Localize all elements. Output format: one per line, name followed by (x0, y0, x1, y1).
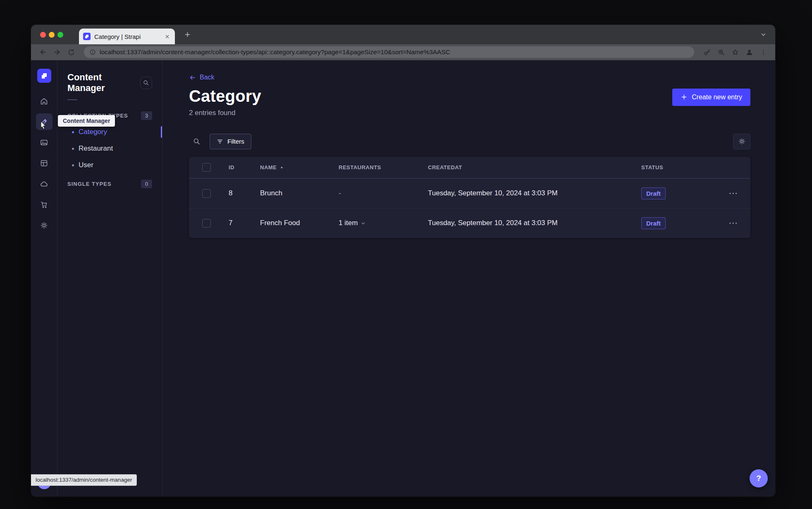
url-bar[interactable]: localhost:1337/admin/content-manager/col… (84, 46, 694, 58)
passwords-key-icon[interactable] (702, 47, 712, 58)
chevron-down-icon (361, 221, 366, 226)
rail-item-home[interactable] (36, 93, 53, 109)
cell-id: 8 (229, 189, 260, 197)
tab-search-chevron-icon[interactable] (758, 29, 769, 40)
cell-createdat: Tuesday, September 10, 2024 at 3:03 PM (428, 189, 641, 197)
reload-button[interactable] (66, 47, 76, 58)
entries-count: 2 entries found (189, 109, 261, 117)
tab-title: Category | Strapi (94, 33, 160, 40)
search-button[interactable] (189, 134, 204, 149)
column-header-restaurants[interactable]: RESTAURANTS (339, 164, 428, 170)
cell-name: French Food (260, 219, 339, 227)
status-badge: Draft (641, 217, 666, 229)
window-minimize-button[interactable] (49, 32, 55, 38)
gear-icon (738, 137, 746, 145)
row-checkbox[interactable] (202, 189, 211, 198)
strapi-admin: KD Content Manager COLLECTION TYPES 3 Ca… (31, 60, 775, 497)
cell-name: Brunch (260, 189, 339, 197)
plus-icon (681, 94, 688, 101)
filters-button[interactable]: Filters (210, 134, 251, 149)
nav-rail: KD (31, 60, 57, 497)
forward-button[interactable] (52, 47, 62, 58)
section-count-badge: 0 (141, 180, 152, 188)
back-link[interactable]: Back (189, 74, 215, 81)
subnav-item-restaurant[interactable]: Restaurant (57, 140, 162, 157)
tab-close-icon[interactable] (163, 33, 171, 40)
bullet-icon (72, 164, 74, 166)
subnav-item-label: Restaurant (79, 144, 113, 153)
browser-menu-kebab-icon[interactable] (758, 47, 769, 58)
section-single-types: SINGLE TYPES 0 (57, 176, 162, 192)
rail-item-content-manager[interactable] (36, 113, 53, 130)
column-header-status[interactable]: STATUS (641, 164, 726, 170)
bookmark-star-icon[interactable] (730, 47, 740, 58)
subnav-item-label: Category (79, 128, 107, 136)
table-row[interactable]: 8 Brunch - Tuesday, September 10, 2024 a… (189, 178, 750, 208)
subnav-item-label: User (79, 161, 93, 169)
site-info-icon[interactable] (89, 49, 96, 55)
table-settings-button[interactable] (733, 134, 750, 149)
select-all-checkbox[interactable] (202, 163, 211, 172)
main-content: Back Category 2 entries found Create new… (162, 60, 775, 497)
subnav-search-button[interactable] (140, 77, 152, 89)
rail-item-settings[interactable] (36, 217, 53, 233)
browser-tab[interactable]: Category | Strapi (79, 29, 175, 44)
cell-restaurants: - (339, 189, 428, 197)
filter-icon (217, 138, 223, 145)
rail-item-marketplace-cart[interactable] (36, 196, 53, 213)
column-header-name[interactable]: NAME (260, 164, 339, 170)
back-label: Back (200, 74, 215, 81)
search-icon (193, 137, 201, 145)
traffic-lights (31, 32, 69, 38)
table-header-row: ID NAME RESTAURANTS CREATEDAT STATUS (189, 157, 750, 178)
tab-strip: Category | Strapi (31, 25, 775, 44)
tooltip: Content Manager (58, 115, 115, 127)
sort-asc-icon (279, 165, 284, 170)
window-close-button[interactable] (40, 32, 46, 38)
desktop: { "colors": { "primary": "#4945ff", "pri… (0, 0, 812, 509)
cell-createdat: Tuesday, September 10, 2024 at 3:03 PM (428, 219, 641, 227)
create-entry-button[interactable]: Create new entry (672, 89, 750, 106)
rail-item-media-library[interactable] (36, 134, 53, 151)
browser-toolbar: localhost:1337/admin/content-manager/col… (31, 44, 775, 60)
bullet-icon (72, 148, 74, 150)
divider (67, 99, 77, 100)
filters-label: Filters (227, 138, 244, 145)
browser-window: Category | Strapi localhost:1337/admin/c… (31, 25, 775, 497)
page-title: Category (189, 87, 261, 106)
subnav-title: Content Manager (67, 72, 140, 94)
rail-item-deploy-cloud[interactable] (36, 175, 53, 192)
profile-icon[interactable] (744, 47, 755, 58)
status-badge: Draft (641, 187, 666, 199)
create-entry-label: Create new entry (692, 94, 742, 101)
cell-restaurants[interactable]: 1 item (339, 219, 428, 227)
new-tab-button[interactable] (182, 29, 193, 41)
zoom-icon[interactable] (716, 47, 726, 58)
cell-id: 7 (229, 219, 260, 227)
table-row[interactable]: 7 French Food 1 item Tuesday, September … (189, 208, 750, 238)
back-button[interactable] (38, 47, 48, 58)
column-header-id[interactable]: ID (229, 164, 260, 170)
entries-table: ID NAME RESTAURANTS CREATEDAT STATUS 8 B… (189, 157, 750, 238)
help-button[interactable]: ? (750, 469, 768, 487)
section-count-badge: 3 (141, 111, 152, 120)
strapi-favicon-icon (83, 33, 91, 40)
row-checkbox[interactable] (202, 219, 211, 228)
subnav-item-user[interactable]: User (57, 157, 162, 173)
window-zoom-button[interactable] (57, 32, 63, 38)
status-link-preview: localhost:1337/admin/content-manager (31, 474, 137, 486)
url-text: localhost:1337/admin/content-manager/col… (100, 48, 450, 56)
rail-item-content-type-builder[interactable] (36, 155, 53, 171)
bullet-icon (72, 131, 74, 133)
strapi-logo[interactable] (37, 69, 51, 83)
section-label: SINGLE TYPES (67, 181, 112, 187)
column-header-createdat[interactable]: CREATEDAT (428, 164, 641, 170)
